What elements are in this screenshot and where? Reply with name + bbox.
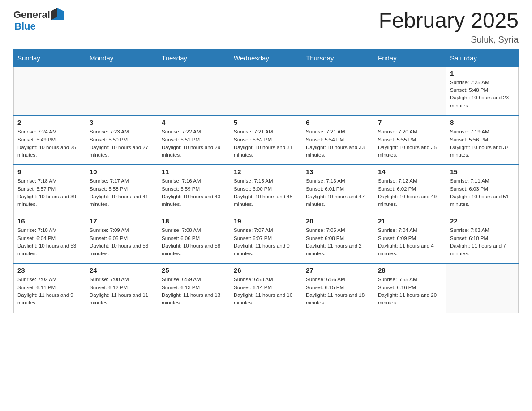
day-number: 25: [162, 266, 226, 274]
day-number: 22: [450, 217, 515, 225]
day-number: 28: [378, 266, 442, 274]
table-row: 25Sunrise: 6:59 AMSunset: 6:13 PMDayligh…: [158, 263, 230, 313]
day-info: Sunrise: 6:59 AMSunset: 6:13 PMDaylight:…: [162, 276, 226, 307]
table-row: 27Sunrise: 6:56 AMSunset: 6:15 PMDayligh…: [302, 263, 374, 313]
day-number: 7: [378, 119, 442, 126]
page-header: General Blue February 2025 Suluk, Syria: [13, 9, 519, 45]
logo-blue-text: Blue: [14, 21, 36, 32]
day-info: Sunrise: 7:21 AMSunset: 5:54 PMDaylight:…: [306, 128, 370, 159]
day-info: Sunrise: 7:10 AMSunset: 6:04 PMDaylight:…: [17, 227, 82, 257]
table-row: 23Sunrise: 7:02 AMSunset: 6:11 PMDayligh…: [14, 263, 86, 313]
calendar-week-row: 1Sunrise: 7:25 AMSunset: 5:48 PMDaylight…: [14, 66, 519, 116]
table-row: 9Sunrise: 7:18 AMSunset: 5:57 PMDaylight…: [14, 165, 86, 214]
table-row: 28Sunrise: 6:55 AMSunset: 6:16 PMDayligh…: [374, 263, 446, 313]
day-info: Sunrise: 7:20 AMSunset: 5:55 PMDaylight:…: [378, 128, 442, 159]
col-monday: Monday: [86, 49, 158, 66]
table-row: 4Sunrise: 7:22 AMSunset: 5:51 PMDaylight…: [158, 116, 230, 165]
table-row: 14Sunrise: 7:12 AMSunset: 6:02 PMDayligh…: [374, 165, 446, 214]
table-row: 18Sunrise: 7:08 AMSunset: 6:06 PMDayligh…: [158, 214, 230, 263]
col-sunday: Sunday: [14, 49, 86, 66]
day-info: Sunrise: 7:23 AMSunset: 5:50 PMDaylight:…: [90, 128, 154, 159]
col-thursday: Thursday: [302, 49, 374, 66]
table-row: 1Sunrise: 7:25 AMSunset: 5:48 PMDaylight…: [446, 66, 519, 116]
day-number: 24: [90, 266, 154, 274]
day-info: Sunrise: 7:16 AMSunset: 5:59 PMDaylight:…: [162, 177, 226, 208]
day-info: Sunrise: 7:04 AMSunset: 6:09 PMDaylight:…: [378, 227, 442, 257]
table-row: 10Sunrise: 7:17 AMSunset: 5:58 PMDayligh…: [86, 165, 158, 214]
day-info: Sunrise: 7:03 AMSunset: 6:10 PMDaylight:…: [450, 227, 515, 257]
calendar-week-row: 16Sunrise: 7:10 AMSunset: 6:04 PMDayligh…: [14, 214, 519, 263]
calendar-header-row: Sunday Monday Tuesday Wednesday Thursday…: [14, 49, 519, 66]
table-row: 7Sunrise: 7:20 AMSunset: 5:55 PMDaylight…: [374, 116, 446, 165]
day-info: Sunrise: 7:00 AMSunset: 6:12 PMDaylight:…: [90, 276, 154, 307]
day-number: 18: [162, 217, 226, 225]
table-row: 5Sunrise: 7:21 AMSunset: 5:52 PMDaylight…: [230, 116, 302, 165]
day-info: Sunrise: 7:15 AMSunset: 6:00 PMDaylight:…: [234, 177, 298, 208]
day-number: 16: [17, 217, 82, 225]
day-number: 26: [234, 266, 298, 274]
day-info: Sunrise: 7:05 AMSunset: 6:08 PMDaylight:…: [306, 227, 370, 257]
day-info: Sunrise: 7:22 AMSunset: 5:51 PMDaylight:…: [162, 128, 226, 159]
day-number: 12: [234, 168, 298, 176]
day-number: 3: [90, 119, 154, 126]
day-info: Sunrise: 7:09 AMSunset: 6:05 PMDaylight:…: [90, 227, 154, 257]
table-row: 26Sunrise: 6:58 AMSunset: 6:14 PMDayligh…: [230, 263, 302, 313]
day-info: Sunrise: 7:08 AMSunset: 6:06 PMDaylight:…: [162, 227, 226, 257]
title-block: February 2025 Suluk, Syria: [379, 9, 519, 45]
table-row: 20Sunrise: 7:05 AMSunset: 6:08 PMDayligh…: [302, 214, 374, 263]
day-info: Sunrise: 7:18 AMSunset: 5:57 PMDaylight:…: [17, 177, 82, 208]
day-number: 15: [450, 168, 515, 176]
month-title: February 2025: [379, 9, 519, 33]
col-friday: Friday: [374, 49, 446, 66]
day-number: 5: [234, 119, 298, 126]
logo-general-text: General: [13, 9, 50, 21]
day-number: 17: [90, 217, 154, 225]
day-info: Sunrise: 6:58 AMSunset: 6:14 PMDaylight:…: [234, 276, 298, 307]
calendar-week-row: 23Sunrise: 7:02 AMSunset: 6:11 PMDayligh…: [14, 263, 519, 313]
day-number: 27: [306, 266, 370, 274]
table-row: 13Sunrise: 7:13 AMSunset: 6:01 PMDayligh…: [302, 165, 374, 214]
location: Suluk, Syria: [379, 34, 519, 45]
table-row: 8Sunrise: 7:19 AMSunset: 5:56 PMDaylight…: [446, 116, 519, 165]
table-row: 12Sunrise: 7:15 AMSunset: 6:00 PMDayligh…: [230, 165, 302, 214]
calendar-week-row: 2Sunrise: 7:24 AMSunset: 5:49 PMDaylight…: [14, 116, 519, 165]
logo-icon: [51, 8, 64, 20]
day-info: Sunrise: 7:19 AMSunset: 5:56 PMDaylight:…: [450, 128, 515, 159]
day-number: 8: [450, 119, 515, 126]
table-row: 6Sunrise: 7:21 AMSunset: 5:54 PMDaylight…: [302, 116, 374, 165]
day-number: 11: [162, 168, 226, 176]
day-number: 10: [90, 168, 154, 176]
table-row: 11Sunrise: 7:16 AMSunset: 5:59 PMDayligh…: [158, 165, 230, 214]
day-info: Sunrise: 6:55 AMSunset: 6:16 PMDaylight:…: [378, 276, 442, 307]
day-info: Sunrise: 7:24 AMSunset: 5:49 PMDaylight:…: [17, 128, 82, 159]
table-row: [86, 66, 158, 116]
table-row: 2Sunrise: 7:24 AMSunset: 5:49 PMDaylight…: [14, 116, 86, 165]
col-tuesday: Tuesday: [158, 49, 230, 66]
table-row: 21Sunrise: 7:04 AMSunset: 6:09 PMDayligh…: [374, 214, 446, 263]
logo: General Blue: [13, 9, 64, 32]
calendar-table: Sunday Monday Tuesday Wednesday Thursday…: [13, 49, 519, 313]
day-number: 1: [450, 69, 515, 77]
day-info: Sunrise: 7:12 AMSunset: 6:02 PMDaylight:…: [378, 177, 442, 208]
calendar-week-row: 9Sunrise: 7:18 AMSunset: 5:57 PMDaylight…: [14, 165, 519, 214]
table-row: 19Sunrise: 7:07 AMSunset: 6:07 PMDayligh…: [230, 214, 302, 263]
day-number: 20: [306, 217, 370, 225]
table-row: [446, 263, 519, 313]
day-number: 6: [306, 119, 370, 126]
table-row: 16Sunrise: 7:10 AMSunset: 6:04 PMDayligh…: [14, 214, 86, 263]
day-number: 14: [378, 168, 442, 176]
col-wednesday: Wednesday: [230, 49, 302, 66]
table-row: 15Sunrise: 7:11 AMSunset: 6:03 PMDayligh…: [446, 165, 519, 214]
col-saturday: Saturday: [446, 49, 519, 66]
day-info: Sunrise: 7:25 AMSunset: 5:48 PMDaylight:…: [450, 79, 515, 110]
table-row: 24Sunrise: 7:00 AMSunset: 6:12 PMDayligh…: [86, 263, 158, 313]
day-number: 23: [17, 266, 82, 274]
table-row: [374, 66, 446, 116]
day-info: Sunrise: 6:56 AMSunset: 6:15 PMDaylight:…: [306, 276, 370, 307]
day-number: 4: [162, 119, 226, 126]
day-number: 2: [17, 119, 82, 126]
table-row: [158, 66, 230, 116]
table-row: [14, 66, 86, 116]
table-row: [302, 66, 374, 116]
day-number: 13: [306, 168, 370, 176]
